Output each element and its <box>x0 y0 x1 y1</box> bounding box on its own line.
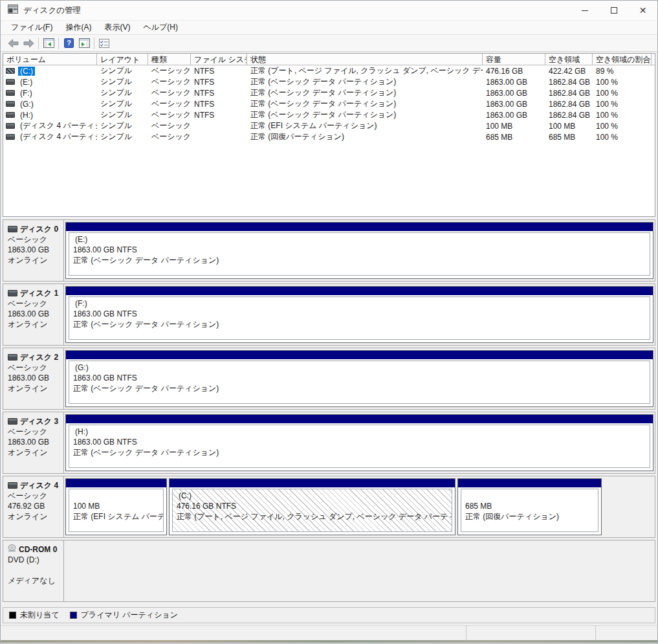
volume-row[interactable]: (E:)シンプルベーシックNTFS正常 (ベーシック データ パーティション)1… <box>3 76 655 87</box>
forward-button[interactable] <box>21 36 36 50</box>
volume-list-rows: (C:)シンプルベーシックNTFS正常 (ブート, ページ ファイル, クラッシ… <box>3 65 655 142</box>
menu-item-1[interactable]: 操作(A) <box>59 21 98 34</box>
partition-status: 正常 (EFI システム パーティション) <box>73 511 159 522</box>
menu-item-2[interactable]: 表示(V) <box>98 21 137 34</box>
column-header[interactable]: 空き領域の割合 <box>593 54 652 65</box>
cdrom-media-status: メディアなし <box>8 575 62 586</box>
window-controls: ✕ <box>570 1 657 20</box>
volume-layout-cell: シンプル <box>97 109 148 120</box>
partition-body: (E:)1863.00 GB NTFS正常 (ベーシック データ パーティション… <box>69 232 650 276</box>
disk-label-cell[interactable]: ディスク 0ベーシック1863.00 GBオンライン <box>3 220 64 281</box>
partition-area: (F:)1863.00 GB NTFS正常 (ベーシック データ パーティション… <box>64 284 655 345</box>
disk-row: ディスク 0ベーシック1863.00 GBオンライン(E:)1863.00 GB… <box>3 219 655 282</box>
checklist-button[interactable] <box>96 36 112 50</box>
console-tree-icon <box>43 38 54 48</box>
partition-box[interactable]: (H:)1863.00 GB NTFS正常 (ベーシック データ パーティション… <box>65 414 653 471</box>
disk-type: ベーシック <box>8 298 62 309</box>
action-pane-button[interactable] <box>76 36 92 50</box>
status-segment <box>466 626 595 640</box>
disk-size: 476.92 GB <box>8 501 62 511</box>
partition-status: 正常 (ベーシック データ パーティション) <box>73 255 646 265</box>
volume-type-cell: ベーシック <box>148 87 191 98</box>
cdrom-label-cell[interactable]: CD-ROM 0 DVD (D:) メディアなし <box>3 540 64 601</box>
volume-layout-cell: シンプル <box>97 120 148 131</box>
disk-type: ベーシック <box>8 362 62 373</box>
legend-item: プライマリ パーティション <box>70 610 178 621</box>
toolbar-separator <box>58 38 59 49</box>
cdrom-icon <box>8 544 16 555</box>
column-header[interactable]: レイアウト <box>97 54 148 65</box>
minimize-icon <box>582 10 588 11</box>
column-header[interactable]: 種類 <box>148 54 191 65</box>
disk-status: オンライン <box>8 511 62 522</box>
partition-size: 100 MB <box>73 501 159 511</box>
cdrom-row: CD-ROM 0 DVD (D:) メディアなし <box>3 540 655 602</box>
partition-box[interactable]: (E:)1863.00 GB NTFS正常 (ベーシック データ パーティション… <box>65 222 653 279</box>
partition-box[interactable]: (G:)1863.00 GB NTFS正常 (ベーシック データ パーティション… <box>65 350 653 407</box>
menu-item-0[interactable]: ファイル(F) <box>5 21 59 34</box>
disk-name: ディスク 3 <box>20 416 58 427</box>
volume-status-cell: 正常 (回復パーティション) <box>247 131 483 142</box>
volume-pct-cell: 100 % <box>593 89 652 98</box>
disk-name: ディスク 4 <box>20 480 58 491</box>
volume-name: (G:) <box>18 100 36 109</box>
column-header[interactable]: 状態 <box>247 54 483 65</box>
volume-type-cell: ベーシック <box>148 131 191 142</box>
partition-box[interactable]: 685 MB正常 (回復パーティション) <box>457 478 602 535</box>
disk-label-cell[interactable]: ディスク 3ベーシック1863.00 GBオンライン <box>3 412 64 473</box>
help-icon: ? <box>64 38 74 48</box>
partition-size: 1863.00 GB NTFS <box>73 309 646 319</box>
volume-pct-cell: 100 % <box>593 133 652 142</box>
console-tree-button[interactable] <box>41 36 56 50</box>
volume-row[interactable]: (G:)シンプルベーシックNTFS正常 (ベーシック データ パーティション)1… <box>3 98 655 109</box>
volume-cell: (E:) <box>3 78 97 87</box>
volume-row[interactable]: (C:)シンプルベーシックNTFS正常 (ブート, ページ ファイル, クラッシ… <box>3 65 655 76</box>
partition-drive-letter: (H:) <box>73 427 646 437</box>
column-header[interactable]: ボリューム <box>3 54 97 65</box>
disk-icon <box>8 354 17 361</box>
status-segment <box>595 626 657 640</box>
partition-body: (G:)1863.00 GB NTFS正常 (ベーシック データ パーティション… <box>69 361 650 404</box>
partition-color-band <box>66 479 166 487</box>
partition-body: (C:)476.16 GB NTFS正常 (ブート, ページ ファイル, クラッ… <box>172 489 452 532</box>
partition-color-band <box>66 287 653 295</box>
volume-cell: (ディスク 4 パーティション 1) <box>3 120 97 131</box>
partition-box[interactable]: 100 MB正常 (EFI システム パーティション) <box>65 478 167 535</box>
volume-row[interactable]: (ディスク 4 パーティション 1)シンプルベーシック正常 (EFI システム … <box>3 120 655 131</box>
volume-row[interactable]: (F:)シンプルベーシックNTFS正常 (ベーシック データ パーティション)1… <box>3 87 655 98</box>
menu-item-3[interactable]: ヘルプ(H) <box>137 21 184 34</box>
disk-label-cell[interactable]: ディスク 4ベーシック476.92 GBオンライン <box>3 476 64 537</box>
disk-icon <box>8 482 17 489</box>
volume-icon <box>6 112 15 118</box>
partition-drive-letter: (C:) <box>177 491 448 501</box>
disk-status: オンライン <box>8 383 62 394</box>
partition-drive-letter: (G:) <box>73 362 646 373</box>
partition-body: 685 MB正常 (回復パーティション) <box>461 489 598 532</box>
volume-cell: (C:) <box>3 67 97 76</box>
disk-label-cell[interactable]: ディスク 2ベーシック1863.00 GBオンライン <box>3 348 64 409</box>
partition-status: 正常 (ベーシック データ パーティション) <box>73 447 646 458</box>
close-icon: ✕ <box>639 6 647 15</box>
volume-cell: (H:) <box>3 111 97 120</box>
disk-label-cell[interactable]: ディスク 1ベーシック1863.00 GBオンライン <box>3 284 64 345</box>
volume-name: (F:) <box>18 89 34 98</box>
disk-name: ディスク 1 <box>20 288 58 298</box>
help-button[interactable]: ? <box>61 36 76 50</box>
volume-row[interactable]: (H:)シンプルベーシックNTFS正常 (ベーシック データ パーティション)1… <box>3 109 655 120</box>
menu-bar: ファイル(F)操作(A)表示(V)ヘルプ(H) <box>1 20 657 34</box>
maximize-button[interactable] <box>599 1 628 20</box>
partition-color-band <box>66 223 653 231</box>
partition-box[interactable]: (C:)476.16 GB NTFS正常 (ブート, ページ ファイル, クラッ… <box>169 478 455 535</box>
desktop-edge <box>1 640 657 643</box>
partition-box[interactable]: (F:)1863.00 GB NTFS正常 (ベーシック データ パーティション… <box>65 286 653 343</box>
minimize-button[interactable] <box>570 1 599 20</box>
column-header[interactable]: ファイル システム <box>191 54 247 65</box>
cdrom-partition-area[interactable] <box>64 540 655 601</box>
volume-row[interactable]: (ディスク 4 パーティション 4)シンプルベーシック正常 (回復パーティション… <box>3 131 655 142</box>
close-button[interactable]: ✕ <box>628 1 657 20</box>
back-button[interactable] <box>5 36 21 50</box>
partition-area: 100 MB正常 (EFI システム パーティション)(C:)476.16 GB… <box>64 476 655 537</box>
column-header[interactable]: 容量 <box>483 54 545 65</box>
column-header[interactable]: 空き領域 <box>545 54 593 65</box>
cdrom-spacer <box>8 565 62 575</box>
